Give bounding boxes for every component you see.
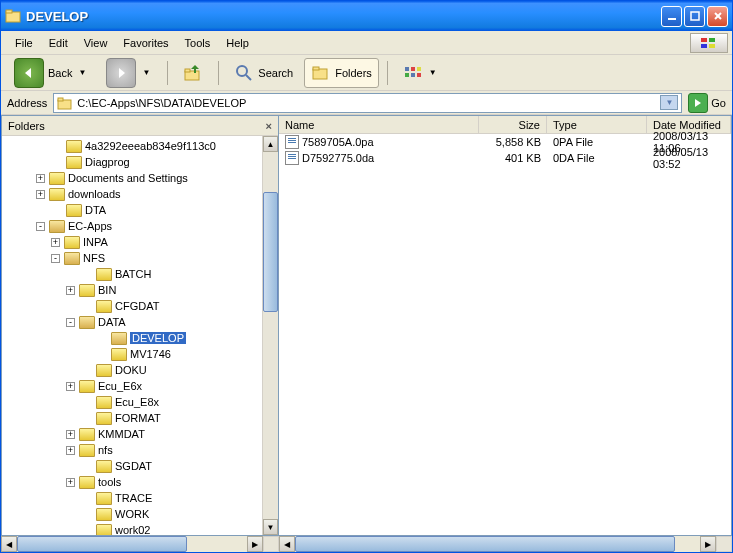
- tree-node[interactable]: BATCH: [6, 266, 262, 282]
- address-input[interactable]: C:\EC-Apps\NFS\DATA\DEVELOP ▼: [53, 93, 682, 113]
- close-pane-button[interactable]: ×: [266, 120, 272, 132]
- collapse-icon[interactable]: -: [36, 222, 45, 231]
- tree-node[interactable]: DTA: [6, 202, 262, 218]
- menu-view[interactable]: View: [76, 34, 116, 52]
- scroll-thumb[interactable]: [295, 536, 675, 552]
- tree-node[interactable]: Ecu_E8x: [6, 394, 262, 410]
- back-button[interactable]: Back ▼: [7, 58, 95, 88]
- tree-label[interactable]: KMMDAT: [98, 428, 145, 440]
- scroll-thumb[interactable]: [263, 192, 278, 312]
- list-body[interactable]: 7589705A.0pa5,858 KB0PA File2008/03/13 1…: [279, 134, 731, 535]
- tree-label[interactable]: NFS: [83, 252, 105, 264]
- tree-label[interactable]: FORMAT: [115, 412, 161, 424]
- tree-label[interactable]: Documents and Settings: [68, 172, 188, 184]
- go-button[interactable]: [688, 93, 708, 113]
- tree-node[interactable]: work02: [6, 522, 262, 535]
- tree-node[interactable]: DOKU: [6, 362, 262, 378]
- close-button[interactable]: [707, 6, 728, 27]
- chevron-down-icon[interactable]: ▼: [142, 68, 150, 77]
- collapse-icon[interactable]: -: [66, 318, 75, 327]
- minimize-button[interactable]: [661, 6, 682, 27]
- scroll-right-button[interactable]: ▶: [247, 536, 263, 552]
- folder-tree[interactable]: 4a3292eeeab834e9f113c0Diagprog+Documents…: [2, 136, 262, 535]
- list-row[interactable]: D7592775.0da401 KB0DA File2008/05/13 03:…: [279, 150, 731, 166]
- menu-edit[interactable]: Edit: [41, 34, 76, 52]
- tree-node[interactable]: +Documents and Settings: [6, 170, 262, 186]
- expand-icon[interactable]: +: [66, 430, 75, 439]
- tree-label[interactable]: SGDAT: [115, 460, 152, 472]
- tree-label[interactable]: INPA: [83, 236, 108, 248]
- tree-label[interactable]: Ecu_E6x: [98, 380, 142, 392]
- column-type[interactable]: Type: [547, 116, 647, 133]
- expand-icon[interactable]: +: [66, 286, 75, 295]
- tree-label[interactable]: Diagprog: [85, 156, 130, 168]
- tree-node[interactable]: +tools: [6, 474, 262, 490]
- up-button[interactable]: [176, 58, 210, 88]
- tree-label[interactable]: nfs: [98, 444, 113, 456]
- collapse-icon[interactable]: -: [51, 254, 60, 263]
- menu-file[interactable]: File: [7, 34, 41, 52]
- tree-label[interactable]: WORK: [115, 508, 149, 520]
- menu-favorites[interactable]: Favorites: [115, 34, 176, 52]
- tree-node[interactable]: FORMAT: [6, 410, 262, 426]
- expand-icon[interactable]: +: [51, 238, 60, 247]
- tree-label[interactable]: DATA: [98, 316, 126, 328]
- tree-label[interactable]: TRACE: [115, 492, 152, 504]
- maximize-button[interactable]: [684, 6, 705, 27]
- tree-node[interactable]: 4a3292eeeab834e9f113c0: [6, 138, 262, 154]
- tree-node[interactable]: +INPA: [6, 234, 262, 250]
- tree-node[interactable]: WORK: [6, 506, 262, 522]
- tree-label[interactable]: tools: [98, 476, 121, 488]
- tree-label[interactable]: DOKU: [115, 364, 147, 376]
- tree-node[interactable]: -EC-Apps: [6, 218, 262, 234]
- tree-label[interactable]: 4a3292eeeab834e9f113c0: [85, 140, 216, 152]
- column-name[interactable]: Name: [279, 116, 479, 133]
- forward-button[interactable]: ▼: [99, 58, 159, 88]
- vertical-scrollbar[interactable]: ▲ ▼: [262, 136, 278, 535]
- tree-label[interactable]: DTA: [85, 204, 106, 216]
- tree-node[interactable]: Diagprog: [6, 154, 262, 170]
- tree-label[interactable]: MV1746: [130, 348, 171, 360]
- tree-node[interactable]: TRACE: [6, 490, 262, 506]
- tree-node[interactable]: +BIN: [6, 282, 262, 298]
- views-button[interactable]: ▼: [396, 58, 446, 88]
- search-button[interactable]: Search: [227, 58, 300, 88]
- chevron-down-icon[interactable]: ▼: [78, 68, 86, 77]
- tree-label[interactable]: EC-Apps: [68, 220, 112, 232]
- tree-node[interactable]: CFGDAT: [6, 298, 262, 314]
- scroll-thumb[interactable]: [17, 536, 187, 552]
- tree-label[interactable]: downloads: [68, 188, 121, 200]
- scroll-up-button[interactable]: ▲: [263, 136, 278, 152]
- tree-label[interactable]: DEVELOP: [130, 332, 186, 344]
- tree-label[interactable]: work02: [115, 524, 150, 535]
- tree-node[interactable]: +downloads: [6, 186, 262, 202]
- expand-icon[interactable]: +: [66, 382, 75, 391]
- tree-node[interactable]: DEVELOP: [6, 330, 262, 346]
- titlebar[interactable]: DEVELOP: [1, 1, 732, 31]
- expand-icon[interactable]: +: [36, 174, 45, 183]
- tree-node[interactable]: -NFS: [6, 250, 262, 266]
- tree-node[interactable]: MV1746: [6, 346, 262, 362]
- scroll-right-button[interactable]: ▶: [700, 536, 716, 552]
- scroll-left-button[interactable]: ◀: [279, 536, 295, 552]
- expand-icon[interactable]: +: [66, 478, 75, 487]
- expand-icon[interactable]: +: [66, 446, 75, 455]
- folders-button[interactable]: Folders: [304, 58, 379, 88]
- menu-tools[interactable]: Tools: [177, 34, 219, 52]
- scroll-left-button[interactable]: ◀: [1, 536, 17, 552]
- tree-node[interactable]: +KMMDAT: [6, 426, 262, 442]
- tree-label[interactable]: Ecu_E8x: [115, 396, 159, 408]
- expand-icon[interactable]: +: [36, 190, 45, 199]
- menu-help[interactable]: Help: [218, 34, 257, 52]
- tree-label[interactable]: BIN: [98, 284, 116, 296]
- tree-node[interactable]: -DATA: [6, 314, 262, 330]
- tree-label[interactable]: BATCH: [115, 268, 151, 280]
- scroll-down-button[interactable]: ▼: [263, 519, 278, 535]
- tree-node[interactable]: +nfs: [6, 442, 262, 458]
- tree-node[interactable]: SGDAT: [6, 458, 262, 474]
- address-dropdown-icon[interactable]: ▼: [660, 95, 678, 110]
- tree-label[interactable]: CFGDAT: [115, 300, 159, 312]
- tree-node[interactable]: +Ecu_E6x: [6, 378, 262, 394]
- chevron-down-icon[interactable]: ▼: [429, 68, 437, 77]
- column-size[interactable]: Size: [479, 116, 547, 133]
